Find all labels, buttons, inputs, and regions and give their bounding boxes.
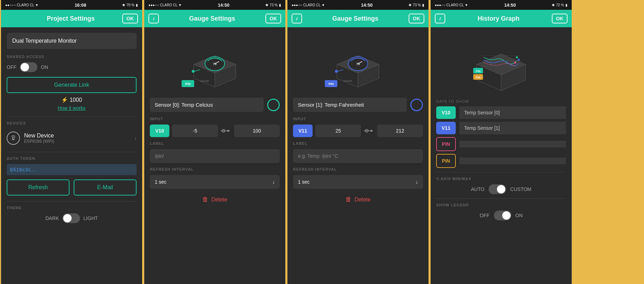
right-spacer: [573, 0, 644, 284]
y-axis-label: Y-AXIS MIN/MAX: [436, 177, 566, 181]
pin-badge-1[interactable]: V10: [150, 125, 169, 137]
y-custom-label: CUSTOM: [510, 186, 531, 192]
svg-point-36: [518, 59, 520, 61]
delete-icon-2: 🗑: [345, 196, 352, 203]
time-3: 14:50: [361, 2, 373, 8]
battery-icons-4: ✱ 72 % ▮: [552, 3, 568, 7]
label-field-1[interactable]: /pin/: [150, 149, 280, 163]
min-value-2[interactable]: 25: [315, 125, 361, 137]
y-axis-toggle[interactable]: [489, 184, 506, 194]
refresh-interval-dropdown-1[interactable]: 1 sec ↓: [150, 175, 280, 189]
nav-bar-4: i History Graph OK: [431, 10, 572, 27]
label-section-label-2: LABEL: [293, 141, 423, 145]
device-type: ESP8266 (WiFi): [24, 139, 130, 144]
toggle-knob: [21, 63, 29, 71]
gauge-widget-svg-1: 73 GAUGE PIN: [180, 40, 250, 94]
sensor-name-field-1[interactable]: Sensor [0]: Temp Celcius: [150, 98, 264, 112]
data-pin-badge-1[interactable]: V11: [436, 122, 456, 134]
history-graph-content: PIN PIN DATA TO SHOW V10 Temp Sensor [0]…: [431, 27, 572, 284]
max-value-1[interactable]: 100: [234, 125, 280, 137]
battery-2: 73 %: [270, 3, 278, 7]
data-row-3: PIN: [436, 154, 566, 168]
info-button-3[interactable]: i: [292, 14, 302, 23]
refresh-button[interactable]: Refresh: [7, 179, 69, 196]
data-pin-badge-3[interactable]: PIN: [436, 154, 456, 168]
dropdown-arrow-2: ↓: [416, 179, 418, 185]
panel-gauge-settings-2: ●●●○○ CLARO CL ▼ 14:50 ✱ 73 % ▮ i Gauge …: [286, 0, 430, 284]
theme-toggle[interactable]: [63, 213, 80, 223]
legend-toggle[interactable]: [494, 211, 511, 220]
y-axis-toggle-knob: [497, 185, 505, 193]
gauge-widget-svg-2: 73 GAUGE PIN: [323, 40, 393, 94]
svg-text:GAUGE: GAUGE: [200, 80, 210, 82]
max-value-2[interactable]: 212: [377, 125, 423, 137]
connector-2: [364, 127, 374, 134]
ok-button-4[interactable]: OK: [552, 14, 568, 23]
dropdown-arrow-1: ↓: [272, 179, 275, 185]
battery-1: 70 %: [126, 3, 134, 7]
ok-button-1[interactable]: OK: [122, 14, 138, 23]
svg-point-8: [192, 70, 195, 73]
refresh-interval-value-2: 1 sec: [298, 179, 309, 185]
status-bar-1: ●●○○○ CLARO CL ▼ 16:08 ✱ 70 % ▮: [1, 0, 142, 10]
label-field-2[interactable]: e.g: Temp: /pin/ °C: [293, 149, 423, 163]
min-value-1[interactable]: -5: [172, 125, 218, 137]
carrier-2: ●●●○○ CLARO CL ▼: [148, 3, 182, 7]
data-label-2[interactable]: [459, 141, 566, 148]
legend-toggle-knob: [502, 211, 511, 220]
legend-toggle-row: OFF ON: [436, 211, 566, 220]
data-pin-badge-2[interactable]: PIN: [436, 137, 456, 151]
sensor-name-field-2[interactable]: Sensor [1]: Temp Fahrenheit: [293, 98, 407, 112]
svg-point-23: [335, 70, 338, 73]
delete-button-1[interactable]: 🗑 Delete: [150, 196, 280, 203]
refresh-interval-label-2: REFRESH INTERVAL: [293, 167, 423, 171]
carrier-4: ●●●○○ CLARO CL ▼: [435, 3, 468, 7]
action-buttons-row: Refresh E-Mail: [7, 179, 137, 196]
gauge-settings-1-content: 73 GAUGE PIN Sensor [0]: Temp Celcius IN…: [144, 27, 285, 284]
toggle-on-label: ON: [41, 64, 48, 70]
ok-button-2[interactable]: OK: [265, 14, 281, 23]
device-row[interactable]: New Device ESP8266 (WiFi) ›: [7, 129, 137, 148]
y-auto-label: AUTO: [471, 186, 484, 192]
data-label-1[interactable]: Temp Sensor [1]: [459, 122, 566, 134]
email-button[interactable]: E-Mail: [74, 179, 137, 196]
dark-label: DARK: [45, 215, 59, 221]
input-row-1: V10 -5 100: [150, 125, 280, 137]
light-label: LIGHT: [83, 215, 98, 221]
history-widget-svg: PIN PIN: [463, 40, 540, 96]
auth-token-value[interactable]: b516c3c...: [7, 164, 137, 175]
refresh-interval-value-1: 1 sec: [155, 179, 166, 185]
shared-access-toggle[interactable]: [20, 62, 37, 72]
data-label-3[interactable]: [459, 157, 566, 164]
sensor-color-indicator-2[interactable]: [410, 99, 423, 111]
pin-badge-2[interactable]: V11: [293, 125, 313, 137]
refresh-interval-dropdown-2[interactable]: 1 sec ↓: [293, 175, 423, 189]
battery-icons-1: ✱ 70 % ▮: [122, 3, 138, 7]
generate-link-button[interactable]: Generate Link: [7, 77, 137, 93]
divider-2: [7, 152, 137, 152]
delete-button-2[interactable]: 🗑 Delete: [293, 196, 423, 203]
info-button-4[interactable]: i: [435, 14, 445, 23]
sensor-color-indicator-1[interactable]: [267, 99, 280, 111]
svg-text:73: 73: [356, 62, 360, 66]
battery-bar-2: ▮: [279, 3, 281, 7]
project-name[interactable]: Dual Temperature Monitor: [7, 33, 137, 49]
svg-text:PIN: PIN: [476, 70, 481, 73]
delete-icon-1: 🗑: [202, 196, 208, 203]
data-label-0[interactable]: Temp Sensor [0]: [459, 106, 566, 119]
theme-section-label: THEME: [7, 206, 137, 210]
info-button-2[interactable]: i: [148, 14, 159, 23]
ok-button-3[interactable]: OK: [409, 14, 424, 23]
devices-label: DEVICES: [7, 121, 137, 125]
battery-bar-1: ▮: [136, 3, 138, 7]
device-info: New Device ESP8266 (WiFi): [24, 133, 130, 144]
divider-h1: [436, 172, 566, 172]
data-pin-badge-0[interactable]: V10: [436, 106, 456, 119]
panel-gauge-settings-1: ●●●○○ CLARO CL ▼ 14:50 ✱ 73 % ▮ i Gauge …: [143, 0, 286, 284]
battery-icons-2: ✱ 73 % ▮: [265, 3, 281, 7]
connector-1: [221, 127, 231, 134]
status-bar-4: ●●●○○ CLARO CL ▼ 14:50 ✱ 72 % ▮: [431, 0, 572, 10]
svg-text:GAUGE: GAUGE: [343, 80, 353, 82]
theme-toggle-knob: [63, 214, 72, 222]
how-it-works-link[interactable]: How it works: [7, 105, 137, 111]
